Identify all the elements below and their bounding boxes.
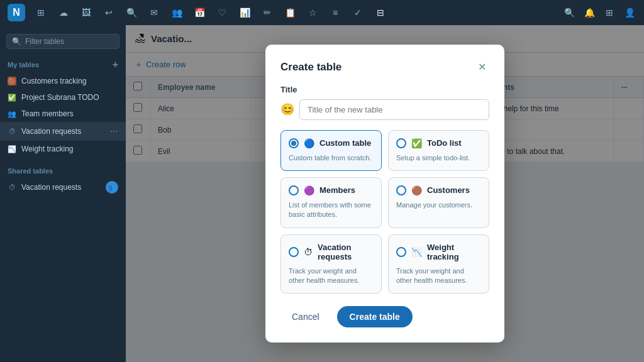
vacation-requests-icon: ⏱	[8, 127, 16, 136]
weight-tracking-icon: 📉	[8, 145, 16, 153]
nav-apps-icon[interactable]: ⊞	[602, 6, 616, 19]
nav-check-icon[interactable]: ✓	[351, 6, 365, 19]
template-card-vacation[interactable]: ⏱ Vacation requests Track your weight an…	[280, 234, 382, 294]
main-content: 🏖 Vacatio... ＋ Create row Employee name …	[126, 25, 644, 362]
shared-vacation-avatar: 👥	[106, 181, 118, 194]
app-logo[interactable]: N	[8, 4, 25, 21]
search-placeholder-text: Filter tables	[25, 37, 64, 46]
nav-cloud-icon[interactable]: ☁	[57, 6, 70, 19]
customers-tracking-icon: 🟤	[8, 77, 16, 85]
team-members-label: Team members	[21, 109, 74, 118]
create-table-button[interactable]: Create table	[337, 306, 413, 327]
sidebar-item-project-subrana[interactable]: ✅ Project Subrana TODO	[0, 89, 126, 106]
nav-edit-icon[interactable]: ✏	[260, 6, 274, 19]
template-customers-icon: 🟤	[411, 185, 422, 195]
nav-search-icon[interactable]: 🔍	[125, 6, 138, 19]
template-radio-weight	[396, 247, 406, 257]
template-custom-icon: 🔵	[304, 138, 314, 148]
nav-grid-icon[interactable]: ⊟	[374, 6, 387, 19]
sidebar-item-vacation-requests[interactable]: ⏱ Vacation requests ···	[0, 122, 126, 141]
nav-chart-icon[interactable]: 📊	[238, 6, 252, 19]
nav-mail-icon[interactable]: ✉	[147, 6, 161, 19]
modal-actions: Cancel Create table	[280, 306, 489, 327]
template-members-name: Members	[319, 185, 355, 195]
template-vacation-icon: ⏱	[304, 247, 313, 257]
team-members-icon: 👥	[8, 109, 16, 118]
template-members-icon: 🟣	[304, 185, 314, 195]
modal-header: Create table ✕	[280, 60, 489, 75]
template-todo-desc: Setup a simple todo-list.	[396, 153, 481, 163]
template-grid: 🔵 Custom table Custom table from scratch…	[280, 130, 489, 294]
template-card-members-header: 🟣 Members	[289, 185, 374, 195]
top-navigation: N ⊞ ☁ 🖼 ↩ 🔍 ✉ 👥 📅 ♡ 📊 ✏ 📋 ☆ ≡ ✓ ⊟ 🔍 🔔 ⊞ …	[0, 0, 644, 25]
search-icon: 🔍	[12, 37, 21, 46]
project-subrana-icon: ✅	[8, 93, 16, 102]
create-table-modal: Create table ✕ Title 😊 🔵 Custom table	[265, 45, 504, 343]
vacation-requests-label: Vacation requests	[21, 127, 81, 136]
template-weight-name: Weight tracking	[427, 243, 481, 261]
template-radio-vacation	[289, 247, 299, 257]
table-title-input[interactable]	[299, 99, 489, 120]
nav-avatar-icon[interactable]: 👤	[623, 6, 636, 19]
template-weight-desc: Track your weight and other health measu…	[396, 266, 481, 286]
cancel-button[interactable]: Cancel	[280, 307, 331, 327]
shared-tables-section: Shared tables	[0, 163, 126, 177]
template-card-weight-header: 📉 Weight tracking	[396, 243, 481, 261]
template-card-weight[interactable]: 📉 Weight tracking Track your weight and …	[388, 234, 489, 294]
add-table-button[interactable]: +	[113, 59, 118, 70]
project-subrana-label: Project Subrana TODO	[21, 93, 99, 102]
nav-home-icon[interactable]: ⊞	[34, 6, 48, 19]
sidebar-item-team-members[interactable]: 👥 Team members	[0, 106, 126, 122]
template-card-vacation-header: ⏱ Vacation requests	[289, 243, 374, 261]
shared-vacation-icon: ⏱	[8, 183, 16, 192]
template-customers-name: Customers	[427, 185, 470, 195]
nav-heart-icon[interactable]: ♡	[215, 6, 229, 19]
template-radio-customers	[396, 185, 406, 195]
app-layout: 🔍 Filter tables My tables + 🟤 Customers …	[0, 25, 644, 362]
modal-close-button[interactable]: ✕	[474, 60, 489, 75]
nav-image-icon[interactable]: 🖼	[79, 6, 93, 19]
template-card-todo-header: ✅ ToDo list	[396, 138, 481, 148]
customers-tracking-label: Customers tracking	[21, 77, 86, 85]
template-radio-custom	[289, 138, 299, 148]
shared-tables-label: Shared tables	[8, 167, 53, 175]
shared-vacation-label: Vacation requests	[21, 183, 81, 192]
template-card-todo[interactable]: ✅ ToDo list Setup a simple todo-list.	[388, 130, 489, 171]
filter-tables-search[interactable]: 🔍 Filter tables	[6, 34, 119, 49]
template-todo-icon: ✅	[411, 138, 422, 148]
title-emoji-picker[interactable]: 😊	[280, 102, 294, 116]
template-card-custom-header: 🔵 Custom table	[289, 138, 374, 148]
template-custom-desc: Custom table from scratch.	[289, 153, 374, 163]
nav-menu-icon[interactable]: ≡	[328, 6, 342, 19]
template-customers-desc: Manage your customers.	[396, 200, 481, 210]
template-card-members[interactable]: 🟣 Members List of members with some basi…	[280, 177, 382, 228]
template-card-customers-header: 🟤 Customers	[396, 185, 481, 195]
template-vacation-desc: Track your weight and other health measu…	[289, 266, 374, 286]
template-radio-todo	[396, 138, 406, 148]
nav-history-icon[interactable]: ↩	[102, 6, 116, 19]
template-card-customers[interactable]: 🟤 Customers Manage your customers.	[388, 177, 489, 228]
title-field-label: Title	[280, 85, 489, 94]
nav-calendar-icon[interactable]: 📅	[192, 6, 206, 19]
template-weight-icon: 📉	[411, 247, 422, 257]
template-card-custom[interactable]: 🔵 Custom table Custom table from scratch…	[280, 130, 382, 171]
title-input-row: 😊	[280, 99, 489, 120]
sidebar: 🔍 Filter tables My tables + 🟤 Customers …	[0, 25, 126, 362]
nav-team-icon[interactable]: 👥	[170, 6, 184, 19]
my-tables-section: My tables +	[0, 55, 126, 73]
nav-star-icon[interactable]: ☆	[306, 6, 319, 19]
nav-search-right-icon[interactable]: 🔍	[562, 6, 576, 19]
vacation-requests-more-icon[interactable]: ···	[110, 126, 118, 137]
template-todo-name: ToDo list	[427, 138, 462, 148]
nav-clipboard-icon[interactable]: 📋	[283, 6, 297, 19]
template-members-desc: List of members with some basic attribut…	[289, 200, 374, 220]
template-custom-name: Custom table	[319, 138, 371, 148]
template-radio-members	[289, 185, 299, 195]
modal-overlay: Create table ✕ Title 😊 🔵 Custom table	[126, 25, 644, 362]
nav-notifications-icon[interactable]: 🔔	[582, 6, 596, 19]
sidebar-item-weight-tracking[interactable]: 📉 Weight tracking	[0, 141, 126, 157]
template-vacation-name: Vacation requests	[318, 243, 374, 261]
sidebar-item-shared-vacation[interactable]: ⏱ Vacation requests 👥	[0, 177, 126, 197]
sidebar-item-customers-tracking[interactable]: 🟤 Customers tracking	[0, 73, 126, 89]
my-tables-label: My tables	[8, 61, 39, 69]
